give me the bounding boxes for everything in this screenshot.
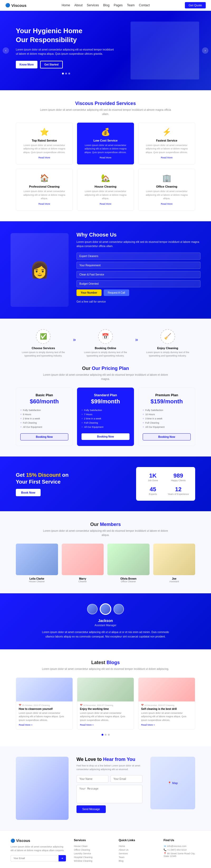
blog-image-1 [16, 678, 73, 702]
contact-message-input[interactable] [77, 785, 142, 803]
nav-pages[interactable]: Pages [114, 3, 123, 7]
stat-clients: 989 Happy Clients [168, 472, 189, 482]
hero-get-started-button[interactable]: Get Started [40, 61, 63, 68]
service-read-more-2[interactable]: Read More [100, 156, 111, 159]
nav-services[interactable]: Services [87, 3, 99, 7]
nav-home[interactable]: Home [62, 3, 70, 7]
service-title-5: House Cleaning [81, 185, 130, 188]
hero-know-more-button[interactable]: Know More [16, 61, 37, 68]
team-name-4: Joe [153, 577, 195, 580]
nav-about[interactable]: About [74, 3, 83, 7]
step-desc-2: Lorem ipsum is simply dummy text of the … [78, 351, 133, 358]
testimonial-section: Jackson Assistant Manager Lorem ipsum do… [0, 593, 211, 649]
why-request-call-button[interactable]: Request A Call [104, 289, 130, 296]
service-icon-3: ⚡ [142, 128, 191, 136]
navbar: 🔵 Viscous Home About Services Blog Pages… [0, 0, 211, 11]
service-icon-5: 🏡 [81, 174, 130, 182]
plan-name-2: Standard Plan [81, 393, 130, 397]
why-select-service[interactable]: Clean & Fast Service [77, 271, 201, 278]
hero-dot-3[interactable] [68, 73, 70, 74]
footer-email-input[interactable] [10, 855, 58, 861]
why-select-requirement[interactable]: Your Requirement [77, 262, 201, 269]
logo-icon: 🔵 [5, 3, 10, 8]
blogs-grid: 📅 25 October, 2024 🏷 Cleaning How to cle… [16, 678, 195, 730]
hero-section: ‹ Your Hygienic Home Our Responsibility … [0, 11, 211, 90]
why-select-budget[interactable]: Budget Oriented [77, 280, 201, 287]
blog-dot-2[interactable] [105, 734, 107, 736]
step-arrow-1: » [73, 337, 76, 343]
plan-features-2: Fully Satisfaction 7 Hours 2 time in a w… [81, 408, 130, 429]
testimonial-avatar-1[interactable] [87, 604, 98, 614]
service-icon-6: 🏢 [142, 174, 191, 182]
blog-read-more-1[interactable]: Read More » [19, 723, 32, 726]
hero-dot-1[interactable] [62, 73, 64, 74]
how-steps: ✅ Choose Services Lorem ipsum is simply … [16, 329, 195, 358]
team-member-4: Joe Assistant [153, 544, 195, 583]
service-card-house: 🏡 House Cleaning Lorem ipsum dolor sit a… [77, 169, 134, 211]
service-read-more-3[interactable]: Read More [161, 156, 173, 159]
hero-dot-2[interactable] [65, 73, 67, 74]
hero-next-button[interactable]: › [202, 48, 208, 54]
service-card-fastest: ⚡ Fastest Service Lorem ipsum dolor sit … [138, 123, 195, 165]
service-read-more-5[interactable]: Read More [100, 203, 111, 205]
service-read-more-1[interactable]: Read More [38, 156, 50, 159]
team-section: Our Members Lorem ipsum dolor sit amet c… [0, 511, 211, 593]
footer-logo: 🔵 Viscous [10, 839, 66, 843]
team-name-2: Marry [62, 577, 104, 580]
stat-experts: 45 Experts [142, 486, 163, 495]
testimonial-avatar-3[interactable] [113, 604, 124, 614]
contact-email-input[interactable] [110, 775, 142, 783]
service-read-more-6[interactable]: Read More [161, 203, 173, 205]
nav-contact[interactable]: Contact [139, 3, 150, 7]
discount-book-button[interactable]: Book Now [16, 489, 41, 496]
hero-prev-button[interactable]: ‹ [3, 48, 9, 54]
blog-dot-1[interactable] [102, 734, 103, 736]
why-select-cleaners[interactable]: Expert Cleaners [77, 253, 201, 260]
service-title-2: Low Cost Service [81, 139, 130, 142]
contact-title: We Love to Hear from You [77, 757, 142, 762]
contact-form: Send Message [77, 775, 142, 813]
team-title: Our Members [16, 522, 195, 527]
team-name-3: Olivia Brown [107, 577, 150, 580]
footer-services-title: Services [74, 839, 111, 842]
blog-dot-3[interactable] [108, 734, 110, 736]
service-read-more-4[interactable]: Read More [38, 203, 50, 205]
hero-description: Lorem ipsum dolor sit amet consectetur a… [16, 48, 116, 56]
footer-subscribe-button[interactable]: ➜ [58, 855, 66, 861]
hero-person-image [131, 22, 199, 80]
services-section: Viscous Provided Services Lorem ipsum do… [0, 90, 211, 221]
price-card-basic: Basic Plan $60/month Fully Satisfaction … [16, 388, 73, 446]
footer-brand-col: 🔵 Viscous Lorem ipsum dolor sit amet con… [10, 839, 66, 863]
blog-read-more-3[interactable]: Read More » [141, 723, 155, 726]
why-your-number-button[interactable]: Your Number [77, 289, 102, 296]
nav-team[interactable]: Team [127, 3, 134, 7]
service-icon-4: 🏠 [20, 174, 69, 182]
service-card-office: 🏢 Office Cleaning Lorem ipsum dolor sit … [138, 169, 195, 211]
blog-card-2: 📅 18 November, 2024 🏷 Cleaning Enjoy the… [77, 678, 134, 730]
blog-card-1: 📅 25 October, 2024 🏷 Cleaning How to cle… [16, 678, 73, 730]
logo-text: Viscous [11, 3, 26, 8]
service-card-professional: 🏠 Professional Cleaning Lorem ipsum dolo… [16, 169, 73, 211]
testimonial-avatar-2[interactable] [100, 603, 111, 615]
service-card-top-rated: ⭐ Top Rated Service Lorem ipsum dolor si… [16, 123, 73, 165]
blog-read-more-2[interactable]: Read More » [80, 723, 94, 726]
services-title: Viscous Provided Services [16, 101, 195, 106]
stat-jobs: 1K Job Done [142, 472, 163, 482]
nav-cta-button[interactable]: Get Quote [185, 2, 206, 8]
plan-book-button-3[interactable]: Booking Now [143, 433, 191, 440]
nav-blog[interactable]: Blog [103, 3, 109, 7]
logo[interactable]: 🔵 Viscous [5, 3, 26, 8]
blog-title-3: Self cleaning is the best drill [141, 708, 192, 710]
contact-name-input[interactable] [77, 775, 108, 783]
why-content: Why Choose Us Lorem ipsum dolor sit amet… [77, 232, 201, 308]
why-person-image: 👩 [10, 233, 69, 307]
plan-book-button-2[interactable]: Booking Now [81, 433, 130, 440]
contact-form-area: We Love to Hear from You Feel free to dr… [77, 757, 142, 813]
plan-book-button-1[interactable]: Booking Now [20, 433, 68, 440]
team-role-4: Assistant [153, 580, 195, 583]
footer-quick-col: Quick Links Home About Us Services Team … [119, 839, 156, 863]
contact-submit-button[interactable]: Send Message [77, 805, 106, 813]
step-arrow-2: » [135, 337, 138, 343]
why-free-quote: Get a free call for service [77, 300, 201, 304]
service-desc-2: Lorem ipsum dolor sit amet consectetur a… [81, 144, 130, 154]
